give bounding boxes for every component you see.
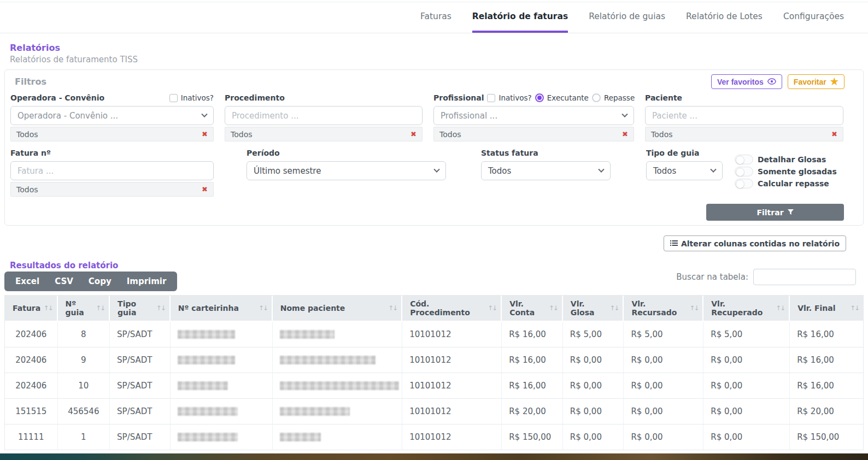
profissional-inativos-checkbox[interactable] bbox=[487, 94, 495, 102]
col-header-tipo-guia[interactable]: Tipo guia↑↓ bbox=[110, 296, 171, 322]
cell-tipo-guia: SP/SADT bbox=[110, 347, 171, 373]
favoritar-button[interactable]: Favoritar ★ bbox=[788, 74, 844, 89]
status-fatura-select-value: Todos bbox=[488, 166, 511, 176]
col-header-nome-paciente[interactable]: Nome paciente↑↓ bbox=[273, 296, 402, 322]
cell-vlr-final: R$ 16,00 bbox=[790, 347, 863, 373]
page-subtitle: Relatórios de faturamento TISS bbox=[10, 54, 868, 66]
profissional-select[interactable]: Profissional ... bbox=[433, 106, 634, 125]
col-header-label: Vlr. Recuperado bbox=[711, 299, 776, 317]
ver-favoritos-button[interactable]: Ver favoritos bbox=[711, 74, 782, 89]
tab-configuracoes[interactable]: Configurações bbox=[783, 2, 844, 33]
csv-button[interactable]: CSV bbox=[47, 272, 81, 291]
status-fatura-label: Status fatura bbox=[481, 149, 538, 157]
tipo-guia-select-value: Todos bbox=[653, 166, 676, 176]
filters-panel: Filtros Ver favoritos Favoritar ★ Operad… bbox=[4, 69, 864, 226]
cell-vlr-final: R$ 16,00 bbox=[790, 322, 863, 347]
col-header-fatura[interactable]: Fatura↑↓ bbox=[5, 296, 58, 322]
paciente-label: Paciente bbox=[645, 93, 682, 102]
filter-operadora: Operadora - Convênio Inativos? Operadora… bbox=[10, 92, 214, 141]
col-header-label: Nº guia bbox=[66, 299, 96, 317]
procedimento-tag: Todos ✖ bbox=[225, 127, 423, 141]
col-header-label: Vlr. Glosa bbox=[571, 299, 610, 317]
toggle-somente-glosadas[interactable] bbox=[735, 167, 753, 176]
table-row: 20240610SP/SADT10101012R$ 16,00R$ 0,00R$… bbox=[5, 373, 863, 399]
col-header-label: Nº carteirinha bbox=[178, 304, 239, 312]
fatura-input[interactable] bbox=[17, 166, 207, 176]
operadora-select[interactable]: Operadora - Convênio ... bbox=[10, 106, 214, 125]
cell-nome-paciente bbox=[273, 424, 402, 450]
cell-fatura: 151515 bbox=[5, 399, 58, 424]
sort-icon: ↑↓ bbox=[43, 304, 52, 312]
procedimento-input[interactable] bbox=[232, 111, 415, 121]
remove-paciente-tag-icon[interactable]: ✖ bbox=[831, 131, 837, 138]
toggle-detalhar-glosas[interactable] bbox=[735, 155, 753, 164]
cell-cod-procedimento: 10101012 bbox=[402, 399, 502, 424]
filter-procedimento: Procedimento Todos ✖ bbox=[225, 92, 423, 141]
redacted-nome-paciente bbox=[280, 330, 335, 339]
remove-operadora-tag-icon[interactable]: ✖ bbox=[202, 131, 208, 138]
periodo-select[interactable]: Último semestre bbox=[247, 161, 446, 180]
cell-vlr-conta: R$ 16,00 bbox=[502, 322, 563, 347]
copy-button[interactable]: Copy bbox=[81, 272, 119, 291]
tab-relatorio-de-lotes[interactable]: Relatório de Lotes bbox=[686, 2, 763, 33]
redacted-carteirinha bbox=[178, 356, 235, 364]
col-header-vlr-glosa[interactable]: Vlr. Glosa↑↓ bbox=[563, 296, 624, 322]
operadora-select-value: Operadora - Convênio ... bbox=[17, 111, 118, 121]
chevron-down-icon bbox=[598, 166, 604, 172]
cell-vlr-glosa: R$ 0,00 bbox=[563, 399, 624, 424]
alterar-colunas-button[interactable]: Alterar colunas contidas no relatório bbox=[664, 235, 846, 251]
page-title: Relatórios bbox=[10, 42, 868, 54]
cell-n-guia: 8 bbox=[58, 322, 110, 347]
status-fatura-select[interactable]: Todos bbox=[481, 161, 611, 180]
cell-fatura: 202406 bbox=[5, 373, 58, 399]
col-header-n-carteirinha[interactable]: Nº carteirinha↑↓ bbox=[171, 296, 273, 322]
imprimir-button[interactable]: Imprimir bbox=[119, 272, 174, 291]
remove-fatura-tag-icon[interactable]: ✖ bbox=[202, 186, 208, 193]
cell-nome-paciente bbox=[273, 322, 402, 347]
export-group: ExcelCSVCopyImprimir bbox=[4, 272, 177, 291]
tipo-guia-select[interactable]: Todos bbox=[646, 161, 723, 180]
tipo-guia-label: Tipo de guia bbox=[646, 149, 700, 157]
col-header-n-guia[interactable]: Nº guia↑↓ bbox=[58, 296, 110, 322]
remove-procedimento-tag-icon[interactable]: ✖ bbox=[410, 131, 417, 138]
col-header-vlr-recuperado[interactable]: Vlr. Recuperado↑↓ bbox=[703, 296, 790, 322]
tab-relatorio-de-faturas[interactable]: Relatório de faturas bbox=[472, 2, 568, 33]
sort-icon: ↑↓ bbox=[549, 304, 558, 312]
excel-button[interactable]: Excel bbox=[8, 272, 47, 291]
cell-vlr-glosa: R$ 0,00 bbox=[563, 424, 624, 450]
remove-profissional-tag-icon[interactable]: ✖ bbox=[622, 131, 628, 138]
ver-favoritos-label: Ver favoritos bbox=[717, 78, 764, 86]
profissional-tag-label: Todos bbox=[439, 130, 461, 139]
cell-nome-paciente bbox=[273, 373, 402, 399]
toggle-calcular-repasse[interactable] bbox=[735, 179, 753, 188]
col-header-cod-procedimento[interactable]: Cód. Procedimento↑↓ bbox=[402, 296, 502, 322]
cell-tipo-guia: SP/SADT bbox=[110, 399, 171, 424]
filter-paciente: Paciente Todos ✖ bbox=[645, 92, 843, 141]
cell-vlr-conta: R$ 150,00 bbox=[502, 424, 563, 450]
table-search-input[interactable] bbox=[753, 269, 856, 285]
periodo-select-value: Último semestre bbox=[254, 166, 321, 176]
col-header-label: Tipo guia bbox=[118, 299, 156, 317]
cell-vlr-recuperado: R$ 0,00 bbox=[703, 424, 790, 450]
table-row: 111111SP/SADT10101012R$ 150,00R$ 0,00R$ … bbox=[5, 424, 863, 450]
cell-vlr-recursado: R$ 0,00 bbox=[624, 424, 703, 450]
col-header-vlr-recursado[interactable]: Vlr. Recursado↑↓ bbox=[624, 296, 703, 322]
col-header-vlr-final[interactable]: Vlr. Final↑↓ bbox=[790, 296, 863, 322]
cell-cod-procedimento: 10101012 bbox=[402, 347, 502, 373]
operadora-inativos-checkbox[interactable] bbox=[169, 94, 178, 102]
fatura-label: Fatura nº bbox=[10, 149, 51, 157]
executante-radio[interactable] bbox=[535, 93, 544, 102]
col-header-vlr-conta[interactable]: Vlr. Conta↑↓ bbox=[502, 296, 563, 322]
list-icon bbox=[670, 239, 678, 248]
cell-vlr-glosa: R$ 0,00 bbox=[563, 347, 624, 373]
chevron-down-icon bbox=[201, 111, 207, 117]
filtrar-button[interactable]: Filtrar bbox=[706, 204, 844, 221]
alterar-colunas-label: Alterar colunas contidas no relatório bbox=[681, 239, 840, 248]
tab-faturas[interactable]: Faturas bbox=[420, 2, 451, 33]
repasse-radio[interactable] bbox=[592, 93, 601, 102]
nav-tabs: FaturasRelatório de faturasRelatório de … bbox=[0, 2, 868, 33]
paciente-input[interactable] bbox=[652, 111, 836, 121]
cell-nome-paciente bbox=[273, 347, 402, 373]
cell-vlr-glosa: R$ 0,00 bbox=[563, 373, 624, 399]
tab-relatorio-de-guias[interactable]: Relatório de guias bbox=[589, 2, 665, 33]
